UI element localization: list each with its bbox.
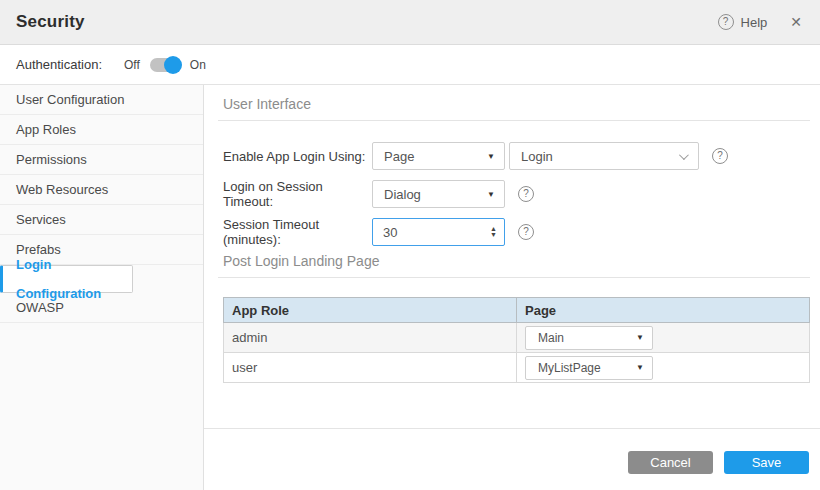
header: Security ? Help ✕ <box>0 0 820 45</box>
landing-page-value: MyListPage <box>538 361 601 375</box>
app-login-page-combobox[interactable]: Login <box>509 142 699 170</box>
dropdown-arrow-icon: ▼ <box>487 152 495 161</box>
session-timeout-minutes-field: ▲ ▼ <box>372 218 505 246</box>
sidebar-item-user-configuration[interactable]: User Configuration <box>0 85 203 115</box>
security-settings-panel: Security ? Help ✕ Authentication: Off On… <box>0 0 820 490</box>
post-login-landing-table: App Role Page admin Main ▼ <box>223 297 810 383</box>
page-cell: Main ▼ <box>517 323 810 353</box>
landing-page-select-user[interactable]: MyListPage ▼ <box>525 356 653 380</box>
app-login-type-select[interactable]: Page ▼ <box>372 142 505 170</box>
session-timeout-login-label: Login on Session Timeout: <box>223 179 372 209</box>
enable-app-login-label: Enable App Login Using: <box>223 149 372 164</box>
session-timeout-login-select[interactable]: Dialog ▼ <box>372 180 505 208</box>
table-row: admin Main ▼ <box>224 323 810 353</box>
table-header-row: App Role Page <box>224 298 810 323</box>
header-actions: ? Help ✕ <box>718 14 802 30</box>
sidebar-item-web-resources[interactable]: Web Resources <box>0 175 203 205</box>
toggle-off-label: Off <box>124 58 140 72</box>
section-divider <box>218 120 810 121</box>
authentication-toggle[interactable] <box>150 58 180 72</box>
body: User Configuration App Roles Permissions… <box>0 85 820 490</box>
help-icon[interactable]: ? <box>718 14 734 30</box>
footer-actions: Cancel Save <box>628 451 809 474</box>
authentication-label: Authentication: <box>16 57 102 72</box>
app-role-cell: user <box>224 353 517 383</box>
landing-page-select-admin[interactable]: Main ▼ <box>525 326 653 350</box>
toggle-on-label: On <box>190 58 206 72</box>
authentication-bar: Authentication: Off On <box>0 45 820 85</box>
column-header-page: Page <box>517 298 810 323</box>
session-timeout-login-value: Dialog <box>384 187 421 202</box>
field-row-session-timeout-minutes: Session Timeout (minutes): ▲ ▼ ? <box>223 218 810 246</box>
stepper-down-icon[interactable]: ▼ <box>490 232 497 238</box>
field-row-session-timeout-login: Login on Session Timeout: Dialog ▼ ? <box>223 180 810 208</box>
section-title-user-interface: User Interface <box>223 96 810 112</box>
sidebar: User Configuration App Roles Permissions… <box>0 85 204 490</box>
app-login-page-value: Login <box>521 149 553 164</box>
section-title-post-login: Post Login Landing Page <box>223 253 810 269</box>
help-link[interactable]: Help <box>741 15 768 30</box>
session-timeout-minutes-label: Session Timeout (minutes): <box>223 217 372 247</box>
footer-divider <box>204 428 820 429</box>
number-stepper[interactable]: ▲ ▼ <box>490 226 497 238</box>
save-button[interactable]: Save <box>724 451 809 474</box>
page-title: Security <box>16 12 85 32</box>
dropdown-arrow-icon: ▼ <box>636 333 644 342</box>
chevron-down-icon <box>679 150 689 160</box>
column-header-app-role: App Role <box>224 298 517 323</box>
sidebar-item-app-roles[interactable]: App Roles <box>0 115 203 145</box>
page-cell: MyListPage ▼ <box>517 353 810 383</box>
dropdown-arrow-icon: ▼ <box>487 190 495 199</box>
session-timeout-minutes-input[interactable] <box>372 218 505 246</box>
cancel-button[interactable]: Cancel <box>628 451 713 474</box>
field-row-enable-app-login: Enable App Login Using: Page ▼ Login ? <box>223 142 810 170</box>
dropdown-arrow-icon: ▼ <box>636 363 644 372</box>
help-icon[interactable]: ? <box>712 148 728 164</box>
help-icon[interactable]: ? <box>518 186 534 202</box>
sidebar-item-services[interactable]: Services <box>0 205 203 235</box>
sidebar-item-login-configuration[interactable]: Login Configuration <box>0 265 133 293</box>
section-divider <box>218 277 810 278</box>
table-row: user MyListPage ▼ <box>224 353 810 383</box>
app-role-cell: admin <box>224 323 517 353</box>
toggle-knob-icon <box>164 56 182 74</box>
app-login-type-value: Page <box>384 149 414 164</box>
main-content: User Interface Enable App Login Using: P… <box>204 85 820 490</box>
close-icon[interactable]: ✕ <box>790 14 802 30</box>
sidebar-item-permissions[interactable]: Permissions <box>0 145 203 175</box>
help-icon[interactable]: ? <box>518 224 534 240</box>
landing-page-value: Main <box>538 331 564 345</box>
